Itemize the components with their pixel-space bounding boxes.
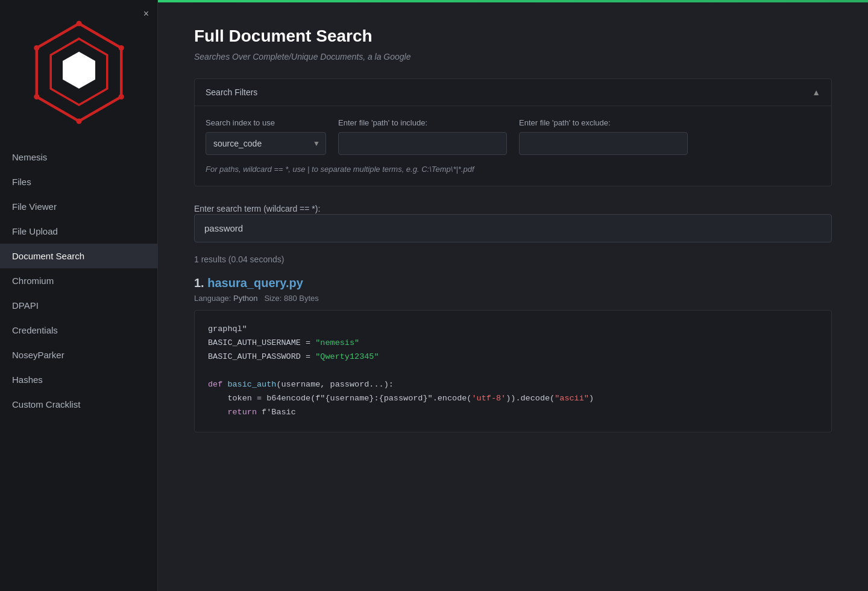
search-input[interactable] bbox=[194, 214, 832, 242]
sidebar-item-chromium[interactable]: Chromium bbox=[0, 268, 157, 293]
code-line: graphql" bbox=[208, 323, 818, 337]
code-line: BASIC_AUTH_USERNAME = "nemesis" bbox=[208, 337, 818, 350]
result-title: 1. hasura_query.py bbox=[194, 276, 832, 290]
path-include-filter-group: Enter file 'path' to include: bbox=[338, 118, 507, 155]
filters-header[interactable]: Search Filters ▲ bbox=[195, 79, 831, 106]
sidebar-item-nemesis[interactable]: Nemesis bbox=[0, 145, 157, 169]
app-logo bbox=[25, 18, 133, 127]
sidebar: × Nemesis Files File Viewer File Upload … bbox=[0, 0, 158, 591]
result-language: Python bbox=[233, 294, 257, 303]
sidebar-nav: Nemesis Files File Viewer File Upload Do… bbox=[0, 139, 157, 423]
path-exclude-filter-group: Enter file 'path' to exclude: bbox=[519, 118, 688, 155]
sidebar-item-file-upload[interactable]: File Upload bbox=[0, 219, 157, 244]
svg-marker-2 bbox=[63, 52, 95, 89]
filters-chevron-icon: ▲ bbox=[812, 87, 820, 97]
path-exclude-input[interactable] bbox=[519, 132, 688, 155]
index-label: Search index to use bbox=[206, 118, 326, 127]
sidebar-item-files[interactable]: Files bbox=[0, 169, 157, 194]
logo-area bbox=[0, 0, 157, 139]
svg-point-4 bbox=[118, 45, 124, 51]
path-include-input[interactable] bbox=[338, 132, 507, 155]
code-line: def basic_auth(username, password...): bbox=[208, 378, 818, 392]
content-area: Full Document Search Searches Over Compl… bbox=[158, 2, 868, 469]
svg-point-3 bbox=[76, 21, 81, 27]
result-size: 880 Bytes bbox=[284, 294, 319, 303]
result-filename-link[interactable]: hasura_query.py bbox=[207, 276, 303, 289]
svg-point-6 bbox=[76, 119, 81, 124]
code-line: token = b64encode(f"{username}:{password… bbox=[208, 392, 818, 406]
code-line: BASIC_AUTH_PASSWORD = "Qwerty12345" bbox=[208, 350, 818, 364]
code-block: graphql" BASIC_AUTH_USERNAME = "nemesis"… bbox=[194, 310, 832, 432]
filters-header-label: Search Filters bbox=[206, 87, 257, 97]
main-content: Full Document Search Searches Over Compl… bbox=[158, 0, 868, 591]
path-exclude-label: Enter file 'path' to exclude: bbox=[519, 118, 688, 127]
close-button[interactable]: × bbox=[143, 8, 149, 19]
search-section: Enter search term (wildcard == *): bbox=[194, 203, 832, 242]
sidebar-item-dpapi[interactable]: DPAPI bbox=[0, 293, 157, 318]
result-item: 1. hasura_query.py Language: Python Size… bbox=[194, 276, 832, 432]
sidebar-item-hashes[interactable]: Hashes bbox=[0, 367, 157, 392]
svg-point-8 bbox=[34, 45, 39, 51]
code-line bbox=[208, 364, 818, 378]
result-meta: Language: Python Size: 880 Bytes bbox=[194, 294, 832, 303]
filters-panel: Search Filters ▲ Search index to use sou… bbox=[194, 78, 832, 186]
index-select[interactable]: source_code documents all bbox=[206, 132, 326, 155]
sidebar-item-document-search[interactable]: Document Search bbox=[0, 244, 157, 268]
path-include-label: Enter file 'path' to include: bbox=[338, 118, 507, 127]
results-count: 1 results (0.04 seconds) bbox=[194, 254, 832, 264]
sidebar-item-file-viewer[interactable]: File Viewer bbox=[0, 194, 157, 219]
svg-point-5 bbox=[118, 94, 124, 100]
svg-point-7 bbox=[34, 94, 39, 100]
sidebar-item-noseyparker[interactable]: NoseyParker bbox=[0, 343, 157, 367]
index-filter-group: Search index to use source_code document… bbox=[206, 118, 326, 155]
filters-row: Search index to use source_code document… bbox=[206, 118, 820, 155]
sidebar-item-credentials[interactable]: Credentials bbox=[0, 318, 157, 343]
filters-hint: For paths, wildcard == *, use | to separ… bbox=[206, 165, 820, 174]
sidebar-item-custom-cracklist[interactable]: Custom Cracklist bbox=[0, 392, 157, 417]
search-label: Enter search term (wildcard == *): bbox=[194, 204, 320, 213]
page-title: Full Document Search bbox=[194, 27, 832, 46]
page-subtitle: Searches Over Complete/Unique Documents,… bbox=[194, 52, 832, 62]
index-select-wrapper: source_code documents all ▼ bbox=[206, 132, 326, 155]
code-line: return f'Basic bbox=[208, 406, 818, 420]
filters-body: Search index to use source_code document… bbox=[195, 106, 831, 186]
